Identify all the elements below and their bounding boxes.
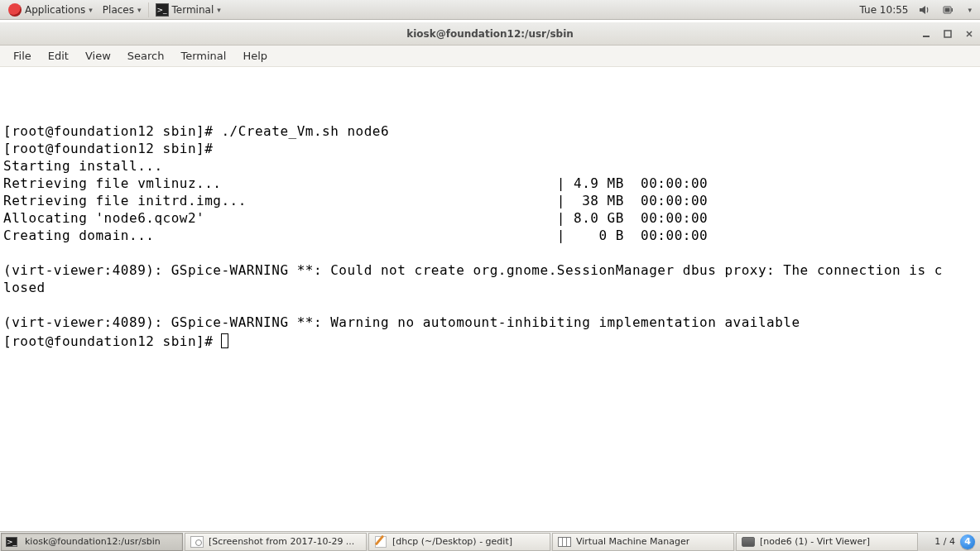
menu-view[interactable]: View <box>77 46 119 67</box>
svg-rect-3 <box>923 36 930 37</box>
menu-edit[interactable]: Edit <box>40 46 77 67</box>
maximize-icon <box>944 30 952 38</box>
menu-help[interactable]: Help <box>234 46 276 67</box>
minimize-icon <box>922 30 930 38</box>
task-label: Virtual Machine Manager <box>576 536 689 547</box>
applications-label: Applications <box>25 4 85 16</box>
display-icon <box>742 535 755 549</box>
workspace-count: 1 / 4 <box>934 536 955 547</box>
places-label: Places <box>103 4 134 16</box>
volume-icon <box>918 3 931 17</box>
window-controls <box>920 22 975 45</box>
terminal-icon: >_ <box>7 535 20 549</box>
chevron-down-icon: ▾ <box>217 6 221 14</box>
taskbar-item-terminal[interactable]: >_ kiosk@foundation12:/usr/sbin <box>1 533 183 551</box>
task-label: [node6 (1) - Virt Viewer] <box>760 536 870 547</box>
svg-rect-4 <box>944 31 951 37</box>
taskbar-item-screenshot[interactable]: [Screenshot from 2017-10-29 ... <box>185 533 367 551</box>
menu-file[interactable]: File <box>5 46 40 67</box>
places-menu[interactable]: Places ▾ <box>98 0 147 20</box>
separator <box>148 2 149 17</box>
window-titlebar[interactable]: kiosk@foundation12:/usr/sbin <box>0 22 980 46</box>
close-icon <box>965 30 973 38</box>
text-editor-icon <box>374 535 387 549</box>
virt-manager-icon <box>558 535 571 549</box>
active-app-label: Terminal <box>172 4 214 16</box>
task-label: kiosk@foundation12:/usr/sbin <box>25 536 161 547</box>
terminal-cursor <box>221 333 228 348</box>
battery-indicator[interactable] <box>936 0 959 20</box>
chevron-down-icon: ▾ <box>968 6 972 14</box>
image-viewer-icon <box>190 535 204 549</box>
taskbar-item-gedit[interactable]: [dhcp (~/Desktop) - gedit] <box>368 533 550 551</box>
menu-search[interactable]: Search <box>119 46 173 67</box>
window-title: kiosk@foundation12:/usr/sbin <box>406 28 574 40</box>
workspace-switcher[interactable]: 1 / 4 4 <box>930 532 980 552</box>
maximize-button[interactable] <box>942 28 954 40</box>
gnome-top-bar: Applications ▾ Places ▾ >_ Terminal ▾ Tu… <box>0 0 980 20</box>
system-menu[interactable]: ▾ <box>959 0 977 20</box>
clock-label: Tue 10:55 <box>860 4 909 16</box>
taskbar-item-virt-manager[interactable]: Virtual Machine Manager <box>552 533 734 551</box>
menu-terminal[interactable]: Terminal <box>172 46 234 67</box>
chevron-down-icon: ▾ <box>89 6 93 14</box>
minimize-button[interactable] <box>920 28 932 40</box>
clock[interactable]: Tue 10:55 <box>855 0 914 20</box>
terminal-icon: >_ <box>156 3 169 17</box>
close-button[interactable] <box>963 28 975 40</box>
gnome-bottom-bar: >_ kiosk@foundation12:/usr/sbin [Screens… <box>0 531 980 551</box>
task-label: [Screenshot from 2017-10-29 ... <box>209 536 354 547</box>
terminal-body[interactable]: [root@foundation12 sbin]# ./Create_Vm.sh… <box>0 67 980 529</box>
battery-icon <box>941 3 954 17</box>
applications-menu[interactable]: Applications ▾ <box>3 0 98 20</box>
svg-rect-1 <box>952 8 954 12</box>
volume-indicator[interactable] <box>913 0 936 20</box>
chevron-down-icon: ▾ <box>137 6 142 14</box>
task-label: [dhcp (~/Desktop) - gedit] <box>392 536 512 547</box>
workspace-badge: 4 <box>960 534 975 549</box>
svg-rect-2 <box>945 7 950 12</box>
distro-logo-icon <box>8 3 22 17</box>
active-app-menu[interactable]: >_ Terminal ▾ <box>151 0 226 20</box>
taskbar-item-virt-viewer[interactable]: [node6 (1) - Virt Viewer] <box>736 533 918 551</box>
terminal-window: kiosk@foundation12:/usr/sbin File Edit V… <box>0 22 980 529</box>
menu-bar: File Edit View Search Terminal Help <box>0 46 980 67</box>
